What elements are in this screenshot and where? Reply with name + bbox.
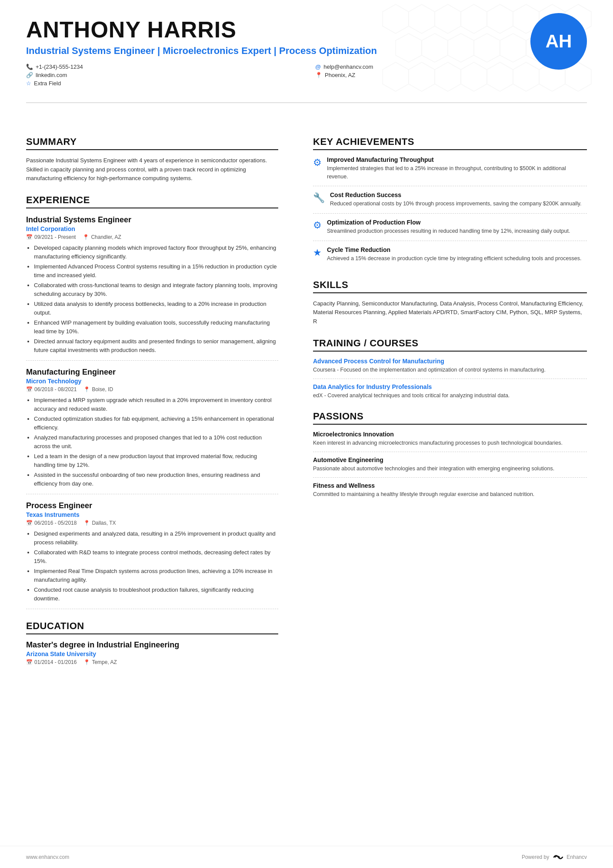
course-divider [313, 379, 587, 379]
location-text: Phoenix, AZ [325, 72, 355, 78]
job-loc-intel: 📍 Chandler, AZ [83, 234, 121, 240]
achievements-title: KEY ACHIEVEMENTS [313, 136, 587, 150]
contact-extra: ☆ Extra Field [26, 80, 298, 87]
achievement-title-throughput: Improved Manufacturing Throughput [327, 156, 587, 163]
job-date-intel: 📅 09/2021 - Present [26, 234, 76, 240]
job-meta-micron: 📅 06/2018 - 08/2021 📍 Boise, ID [26, 386, 278, 392]
passion-desc-2: Passionate about automotive technologies… [313, 465, 587, 473]
extra-text: Extra Field [34, 80, 61, 87]
company-micron: Micron Technology [26, 378, 278, 385]
job-title-micron: Manufacturing Engineer [26, 368, 278, 377]
job-meta-ti: 📅 06/2016 - 05/2018 📍 Dallas, TX [26, 520, 278, 526]
location-icon-intel: 📍 [83, 234, 89, 240]
contact-location: 📍 Phoenix, AZ [315, 72, 587, 78]
job-date-micron: 📅 06/2018 - 08/2021 [26, 386, 77, 392]
calendar-icon: 📅 [26, 520, 33, 526]
job-title-ti: Process Engineer [26, 501, 278, 510]
contact-phone: 📞 +1-(234)-555-1234 [26, 64, 298, 70]
passions-title: PASSIONS [313, 411, 587, 425]
avatar: AH [530, 13, 587, 70]
job-title-intel: Industrial Systems Engineer [26, 215, 278, 225]
job-divider [26, 494, 278, 494]
achievement-title-cost: Cost Reduction Success [330, 191, 582, 198]
experience-section: EXPERIENCE Industrial Systems Engineer I… [26, 194, 278, 609]
contact-list: 📞 +1-(234)-555-1234 @ help@enhancv.com 🔗… [26, 64, 587, 87]
course-title-1[interactable]: Advanced Process Control for Manufacturi… [313, 358, 587, 365]
course-desc-2: edX - Covered analytical techniques and … [313, 392, 587, 400]
location-icon-edu: 📍 [83, 659, 90, 665]
calendar-icon: 📅 [26, 659, 33, 665]
email-text: help@enhancv.com [323, 64, 373, 70]
training-section: TRAINING / COURSES Advanced Process Cont… [313, 338, 587, 400]
location-icon: 📍 [315, 72, 322, 78]
passion-desc-1: Keen interest in advancing microelectron… [313, 439, 587, 447]
achievement-title-production: Optimization of Production Flow [327, 219, 570, 226]
header-section: AH ANTHONY HARRIS Industrial Systems Eng… [0, 0, 613, 95]
enhancv-logo: Enhancv [552, 853, 587, 861]
micron-bullets: Implemented a MRP system upgrade which r… [26, 396, 278, 488]
achievement-desc-throughput: Implemented strategies that led to a 25%… [327, 164, 587, 181]
course-title-2[interactable]: Data Analytics for Industry Professional… [313, 383, 587, 390]
achievement-content-throughput: Improved Manufacturing Throughput Implem… [327, 156, 587, 181]
list-item: Led a team in the design of a new produc… [34, 452, 278, 469]
email-icon: @ [315, 64, 321, 70]
footer-website: www.enhancv.com [26, 854, 69, 860]
enhancv-logo-icon [552, 853, 565, 861]
job-divider [26, 609, 278, 609]
list-item: Assisted in the successful onboarding of… [34, 471, 278, 488]
passion-title-2: Automotive Engineering [313, 456, 587, 463]
list-item: Collaborated with R&D teams to integrate… [34, 548, 278, 565]
education-section: EDUCATION Master's degree in Industrial … [26, 620, 278, 665]
job-divider [26, 360, 278, 361]
achievement-title-cycle: Cycle Time Reduction [327, 246, 582, 253]
achievement-production: ⚙ Optimization of Production Flow Stream… [313, 219, 587, 241]
calendar-icon: 📅 [26, 234, 33, 240]
location-icon-ti: 📍 [83, 520, 90, 526]
experience-title: EXPERIENCE [26, 194, 278, 208]
achievement-cost: 🔧 Cost Reduction Success Reduced operati… [313, 191, 587, 214]
achievement-content-production: Optimization of Production Flow Streamli… [327, 219, 570, 235]
candidate-title: Industrial Systems Engineer | Microelect… [26, 45, 587, 57]
linkedin-text: linkedin.com [36, 72, 67, 78]
list-item: Collaborated with cross-functional teams… [34, 281, 278, 298]
right-column: KEY ACHIEVEMENTS ⚙ Improved Manufacturin… [300, 125, 587, 828]
left-column: SUMMARY Passionate Industrial Systems En… [26, 125, 278, 828]
job-meta-intel: 📅 09/2021 - Present 📍 Chandler, AZ [26, 234, 278, 240]
intel-bullets: Developed capacity planning models which… [26, 244, 278, 354]
edu-meta: 📅 01/2014 - 01/2016 📍 Tempe, AZ [26, 659, 278, 665]
list-item: Implemented Real Time Dispatch systems a… [34, 567, 278, 584]
phone-text: +1-(234)-555-1234 [36, 64, 83, 70]
footer-brand: Powered by Enhancv [522, 853, 587, 861]
achievements-section: KEY ACHIEVEMENTS ⚙ Improved Manufacturin… [313, 136, 587, 268]
achievement-cycle: ★ Cycle Time Reduction Achieved a 15% de… [313, 246, 587, 268]
list-item: Directed annual factory equipment audits… [34, 337, 278, 354]
job-date-ti: 📅 06/2016 - 05/2018 [26, 520, 77, 526]
star-icon: ☆ [26, 80, 31, 87]
contact-linkedin[interactable]: 🔗 linkedin.com [26, 72, 298, 78]
calendar-icon: 📅 [26, 386, 33, 392]
powered-by-text: Powered by [522, 854, 549, 860]
passion-divider-2 [313, 477, 587, 478]
list-item: Enhanced WIP management by building eval… [34, 318, 278, 335]
achievement-desc-production: Streamlined production processes resulti… [327, 227, 570, 235]
edu-date: 📅 01/2014 - 01/2016 [26, 659, 77, 665]
achievement-icon-cycle: ★ [313, 247, 322, 263]
edu-location: 📍 Tempe, AZ [83, 659, 117, 665]
edu-degree: Master's degree in Industrial Engineerin… [26, 640, 278, 650]
list-item: Conducted optimization studies for fab e… [34, 415, 278, 432]
phone-icon: 📞 [26, 64, 33, 70]
achievement-content-cost: Cost Reduction Success Reduced operation… [330, 191, 582, 208]
achievement-desc-cycle: Achieved a 15% decrease in production cy… [327, 255, 582, 263]
skills-section: SKILLS Capacity Planning, Semiconductor … [313, 279, 587, 326]
list-item: Implemented Advanced Process Control sys… [34, 262, 278, 279]
achievement-throughput: ⚙ Improved Manufacturing Throughput Impl… [313, 156, 587, 187]
skills-text: Capacity Planning, Semiconductor Manufac… [313, 299, 587, 326]
edu-school: Arizona State University [26, 650, 278, 657]
list-item: Designed experiments and analyzed data, … [34, 530, 278, 546]
summary-title: SUMMARY [26, 136, 278, 150]
passion-title-3: Fitness and Wellness [313, 482, 587, 489]
skills-title: SKILLS [313, 279, 587, 293]
training-title: TRAINING / COURSES [313, 338, 587, 352]
company-ti: Texas Instruments [26, 511, 278, 518]
achievement-content-cycle: Cycle Time Reduction Achieved a 15% decr… [327, 246, 582, 263]
